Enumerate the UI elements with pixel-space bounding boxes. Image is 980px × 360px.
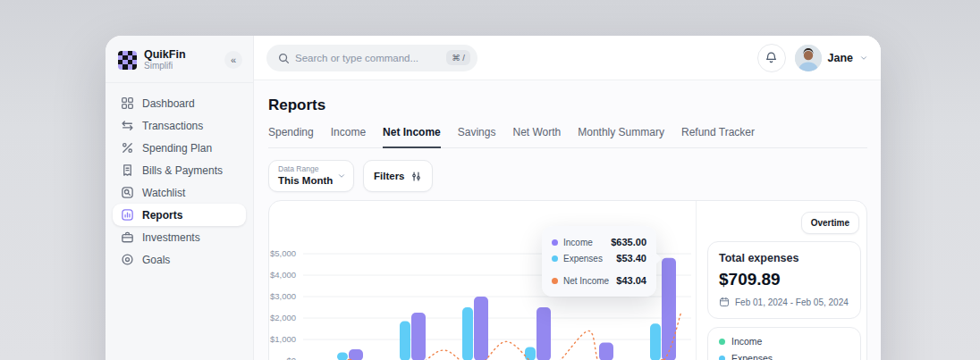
sidebar-item-reports[interactable]: Reports [113, 204, 246, 226]
filters-button-label: Filters [374, 171, 405, 181]
date-range-select[interactable]: Data Range This Month [268, 160, 354, 192]
sidebar-item-dashboard[interactable]: Dashboard [113, 92, 246, 114]
user-menu[interactable]: Jane [795, 45, 869, 71]
notifications-bell-button[interactable] [757, 44, 786, 72]
chevron-down-icon [859, 50, 868, 66]
series-dot-icon [552, 255, 558, 262]
sidebar-header: QuikFin Simplifi « [106, 36, 253, 83]
brand-name: QuikFin [144, 48, 217, 61]
user-name: Jane [828, 52, 854, 64]
sidebar-item-label: Transactions [142, 120, 203, 132]
topbar: ⌘ / Jane [254, 36, 881, 80]
series-dot-icon [552, 239, 558, 246]
legend-row-expenses: Expenses [719, 353, 849, 360]
sidebar-item-label: Spending Plan [142, 142, 212, 155]
expenses-bar[interactable] [400, 322, 410, 360]
sidebar-item-label: Goals [142, 254, 170, 266]
income-bar[interactable] [411, 313, 426, 360]
net-income-line [350, 312, 681, 360]
net-income-report-card: Overtime $5,000$4,000$3,000$2,000$1,000$… [268, 200, 867, 360]
legend-row-income: Income [719, 336, 849, 347]
sidebar-item-label: Dashboard [142, 97, 195, 110]
transfer-arrows-icon [120, 119, 134, 133]
income-bar[interactable] [599, 343, 613, 360]
chart-tooltip-rows: Income$635.00Expenses$53.40Net Income$43… [552, 234, 646, 289]
total-expenses-amount: $709.89 [719, 270, 849, 289]
filters-button[interactable]: Filters [363, 160, 433, 192]
tab-spending[interactable]: Spending [268, 126, 314, 147]
watchlist-search-icon [120, 186, 134, 200]
search-input[interactable] [295, 53, 440, 63]
main-area: ⌘ / Jane [254, 36, 881, 360]
tooltip-value: $53.40 [616, 253, 646, 264]
expenses-bar[interactable] [462, 307, 473, 360]
y-axis-tick-label: $4,000 [270, 270, 296, 280]
brand-text: QuikFin Simplifi [144, 48, 217, 71]
content: Reports SpendingIncomeNet IncomeSavingsN… [254, 80, 881, 360]
expenses-bar[interactable] [525, 347, 536, 360]
expenses-bar[interactable] [650, 324, 661, 360]
sidebar-collapse-button[interactable]: « [224, 51, 242, 69]
sidebar-item-label: Watchlist [142, 187, 185, 199]
tooltip-label: Income [563, 238, 605, 247]
sidebar-item-spending-plan[interactable]: Spending Plan [113, 137, 246, 159]
search-shortcut-hint: ⌘ / [446, 50, 470, 65]
income-bar[interactable] [474, 297, 488, 360]
income-bar[interactable] [662, 258, 676, 360]
sidebar-nav: DashboardTransactionsSpending PlanBills … [106, 83, 253, 280]
total-expenses-card: Total expenses $709.89 Feb 01, 2024 - Fe… [707, 241, 861, 319]
sidebar-item-bills-payments[interactable]: Bills & Payments [113, 159, 246, 181]
y-axis-tick-label: $2,000 [270, 313, 296, 322]
chevron-down-icon [337, 168, 346, 184]
tooltip-label: Net Income [563, 276, 611, 286]
legend-label: Expenses [731, 353, 773, 360]
income-bar[interactable] [536, 307, 551, 360]
legend-dot-icon [719, 339, 725, 345]
date-range-texts: Data Range This Month [278, 164, 337, 187]
y-axis-tick-label: $1,000 [270, 334, 296, 344]
sidebar-item-label: Reports [142, 209, 182, 222]
tab-savings[interactable]: Savings [458, 126, 496, 147]
tab-monthly-summary[interactable]: Monthly Summary [578, 126, 664, 147]
page-title: Reports [268, 96, 867, 114]
tooltip-row-income: Income$635.00 [552, 234, 646, 250]
topbar-right: Jane [757, 44, 869, 72]
tab-income[interactable]: Income [331, 126, 366, 147]
sidebar: QuikFin Simplifi « DashboardTransactions… [106, 36, 254, 360]
tooltip-label: Expenses [563, 254, 611, 264]
sliders-icon [410, 171, 422, 182]
series-dot-icon [552, 278, 558, 284]
expenses-bar[interactable] [337, 353, 348, 360]
summary-date-range: Feb 01, 2024 - Feb 05, 2024 [719, 297, 849, 307]
tab-net-worth[interactable]: Net Worth [512, 126, 561, 147]
sidebar-item-label: Bills & Payments [142, 164, 223, 177]
receipt-icon [120, 163, 134, 178]
date-range-label: Data Range [278, 164, 337, 174]
brand-logo-icon [118, 51, 137, 70]
y-axis-tick-label: $3,000 [270, 291, 296, 301]
tooltip-value: $43.04 [616, 275, 646, 286]
avatar [795, 45, 822, 71]
report-tabs: SpendingIncomeNet IncomeSavingsNet Worth… [268, 126, 867, 148]
calendar-icon [719, 297, 730, 307]
brand-tagline: Simplifi [144, 61, 217, 71]
summary-date-range-text: Feb 01, 2024 - Feb 05, 2024 [735, 297, 849, 307]
sidebar-item-transactions[interactable]: Transactions [113, 114, 246, 137]
sidebar-item-investments[interactable]: Investments [113, 226, 246, 248]
tab-refund-tracker[interactable]: Refund Tracker [681, 126, 755, 147]
percent-trend-icon [120, 141, 134, 155]
overtime-button[interactable]: Overtime [801, 212, 859, 234]
tooltip-value: $635.00 [611, 237, 646, 247]
tab-net-income[interactable]: Net Income [383, 126, 441, 148]
dashboard-grid-icon [120, 96, 134, 111]
app-window: QuikFin Simplifi « DashboardTransactions… [106, 36, 881, 360]
sidebar-item-goals[interactable]: Goals [113, 248, 246, 271]
y-axis-tick-label: $5,000 [270, 248, 296, 258]
sidebar-item-label: Investments [142, 231, 200, 244]
y-axis-tick-label: $0 [286, 356, 296, 360]
search-bar[interactable]: ⌘ / [266, 45, 477, 71]
sidebar-item-watchlist[interactable]: Watchlist [113, 181, 246, 204]
income-bar[interactable] [349, 349, 363, 360]
tooltip-row-expenses: Expenses$53.40 [552, 250, 646, 266]
chart-tooltip: Income$635.00Expenses$53.40Net Income$43… [542, 226, 656, 297]
